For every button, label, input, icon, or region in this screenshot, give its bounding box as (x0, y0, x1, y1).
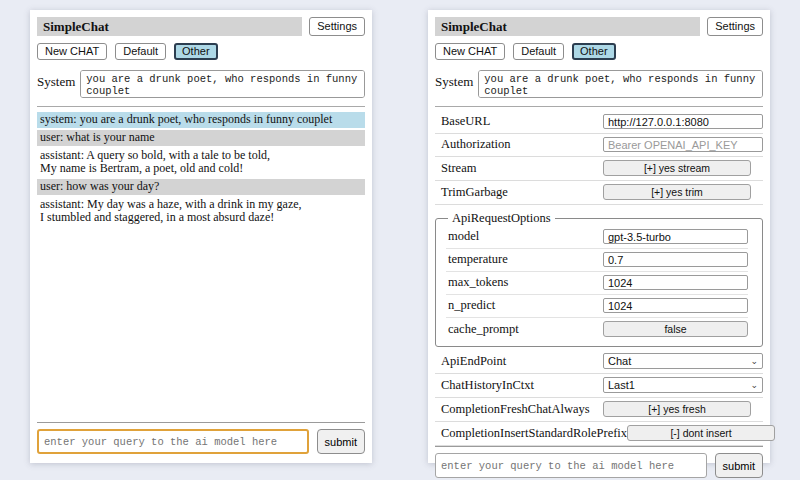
query-footer: submit (435, 446, 763, 478)
new-chat-button[interactable]: New CHAT (435, 43, 505, 60)
chat-log: system: you are a drunk poet, who respon… (37, 112, 365, 228)
divider (435, 106, 763, 107)
query-input[interactable] (435, 453, 707, 478)
setting-row-cache-prompt: cache_prompt false (446, 318, 748, 341)
chevron-down-icon: ⌄ (750, 355, 758, 367)
submit-button[interactable]: submit (317, 429, 365, 454)
session-tab-default[interactable]: Default (513, 43, 564, 60)
chat-message-user: user: how was your day? (37, 179, 365, 195)
chat-history-in-ctxt-select[interactable]: Last1 ⌄ (603, 377, 763, 393)
authorization-input[interactable] (603, 137, 763, 152)
system-prompt-row: System you are a drunk poet, who respond… (37, 70, 365, 98)
divider (37, 106, 365, 107)
completion-insert-standard-role-prefix-label: CompletionInsertStandardRolePrefix (435, 426, 627, 441)
system-prompt-input[interactable]: you are a drunk poet, who responds in fu… (478, 70, 763, 98)
simplechat-app: SimpleChat Settings New CHAT Default Oth… (0, 0, 800, 480)
model-input[interactable] (603, 229, 748, 244)
app-header: SimpleChat Settings (435, 17, 763, 36)
api-endpoint-select[interactable]: Chat ⌄ (603, 353, 763, 369)
query-row: submit (435, 453, 763, 478)
chat-message-user: user: what is your name (37, 130, 365, 146)
settings-list: BaseURL Authorization Stream [+] yes str… (435, 111, 763, 446)
new-chat-button[interactable]: New CHAT (37, 43, 107, 60)
setting-row-apiendpoint: ApiEndPoint Chat ⌄ (435, 350, 763, 374)
chat-message-assistant: assistant: A query so bold, with a tale … (37, 148, 365, 177)
stream-toggle-button[interactable]: [+] yes stream (603, 160, 751, 176)
setting-row-model: model (446, 226, 748, 249)
query-row: submit (37, 429, 365, 454)
setting-row-authorization: Authorization (435, 134, 763, 157)
baseurl-input[interactable] (603, 114, 763, 129)
n-predict-label: n_predict (446, 298, 495, 313)
query-input[interactable] (37, 429, 309, 454)
session-tab-other[interactable]: Other (174, 43, 218, 60)
chat-history-selected-value: Last1 (608, 379, 635, 391)
divider (435, 446, 763, 447)
max-tokens-input[interactable] (603, 275, 748, 290)
cache-prompt-label: cache_prompt (446, 322, 519, 337)
setting-row-completioninsertstandardroleprefix: CompletionInsertStandardRolePrefix [-] d… (435, 422, 763, 446)
trimgarbage-toggle-button[interactable]: [+] yes trim (603, 184, 751, 200)
stream-label: Stream (435, 161, 476, 176)
api-request-options-legend: ApiRequestOptions (448, 211, 555, 226)
query-footer: submit (37, 422, 365, 454)
chathistoryinctxt-label: ChatHistoryInCtxt (435, 378, 534, 393)
setting-row-n-predict: n_predict (446, 295, 748, 318)
temperature-label: temperature (446, 252, 508, 267)
session-tab-default[interactable]: Default (115, 43, 166, 60)
setting-row-max-tokens: max_tokens (446, 272, 748, 295)
app-title: SimpleChat (435, 17, 700, 36)
n-predict-input[interactable] (603, 298, 748, 313)
setting-row-baseurl: BaseURL (435, 111, 763, 134)
chat-message-system: system: you are a drunk poet, who respon… (37, 112, 365, 128)
completion-fresh-chat-always-label: CompletionFreshChatAlways (435, 402, 590, 417)
temperature-input[interactable] (603, 252, 748, 267)
authorization-label: Authorization (435, 137, 510, 152)
session-bar: New CHAT Default Other (37, 43, 365, 60)
setting-row-chathistoryinctxt: ChatHistoryInCtxt Last1 ⌄ (435, 374, 763, 398)
session-bar: New CHAT Default Other (435, 43, 763, 60)
apiendpoint-label: ApiEndPoint (435, 354, 506, 369)
baseurl-label: BaseURL (435, 114, 490, 129)
api-request-options-group: ApiRequestOptions model temperature max_… (435, 211, 763, 347)
completion-fresh-chat-toggle-button[interactable]: [+] yes fresh (603, 401, 751, 417)
api-endpoint-selected-value: Chat (608, 355, 631, 367)
max-tokens-label: max_tokens (446, 275, 508, 290)
setting-row-completionfreshchatalways: CompletionFreshChatAlways [+] yes fresh (435, 398, 763, 422)
chat-message-assistant: assistant: My day was a haze, with a dri… (37, 197, 365, 226)
system-prompt-input[interactable]: you are a drunk poet, who responds in fu… (80, 70, 365, 98)
model-label: model (446, 229, 479, 244)
setting-row-temperature: temperature (446, 249, 748, 272)
settings-panel: SimpleChat Settings New CHAT Default Oth… (428, 10, 770, 463)
completion-insert-role-prefix-toggle-button[interactable]: [-] dont insert (627, 425, 775, 441)
trimgarbage-label: TrimGarbage (435, 185, 508, 200)
setting-row-trimgarbage: TrimGarbage [+] yes trim (435, 181, 763, 205)
chevron-down-icon: ⌄ (750, 379, 758, 391)
chat-panel: SimpleChat Settings New CHAT Default Oth… (30, 10, 372, 463)
system-prompt-label: System (435, 70, 473, 90)
setting-row-stream: Stream [+] yes stream (435, 157, 763, 181)
system-prompt-row: System you are a drunk poet, who respond… (435, 70, 763, 98)
cache-prompt-toggle-button[interactable]: false (603, 321, 748, 337)
settings-button[interactable]: Settings (707, 17, 763, 36)
app-title: SimpleChat (37, 17, 302, 36)
session-tab-other[interactable]: Other (572, 43, 616, 60)
system-prompt-label: System (37, 70, 75, 90)
submit-button[interactable]: submit (715, 453, 763, 478)
app-header: SimpleChat Settings (37, 17, 365, 36)
settings-button[interactable]: Settings (309, 17, 365, 36)
divider (37, 422, 365, 423)
